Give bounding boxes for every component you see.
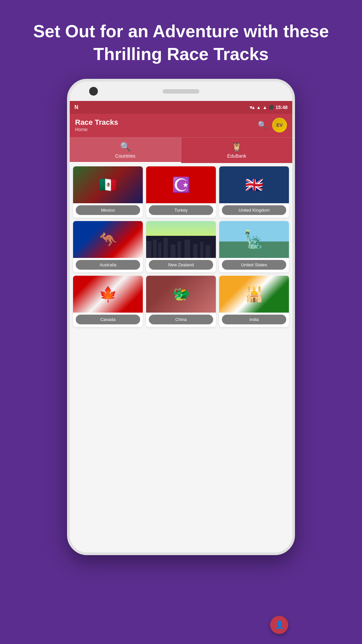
uk-image: 🇬🇧 <box>219 166 289 203</box>
app-title: Race Tracks <box>75 118 118 127</box>
country-card-newzealand[interactable]: New Zealand <box>146 221 216 272</box>
header-title: Set Out for an Adventure with these Thri… <box>33 21 329 64</box>
mexico-label: Mexico <box>76 205 140 215</box>
china-label: China <box>149 315 213 324</box>
country-card-china[interactable]: 🐲 China <box>146 276 216 327</box>
india-label: India <box>222 315 286 324</box>
battery-icon: ⬛ <box>269 105 274 110</box>
status-right: ▾▴ ▲ ▲ ⬛ 15:48 <box>250 105 288 110</box>
turkey-image: ☪️ <box>146 166 216 203</box>
svg-rect-8 <box>193 244 197 258</box>
camera <box>89 87 98 96</box>
countries-tab-icon: 🔍 <box>120 142 131 152</box>
app-bar: Race Tracks Home 🔍 EV <box>70 114 292 137</box>
svg-rect-1 <box>146 241 152 258</box>
logo-badge[interactable]: EV <box>272 118 287 132</box>
tab-bar: 🔍 Countries 🦉 EduBank <box>70 137 292 163</box>
country-card-turkey[interactable]: ☪️ Turkey <box>146 166 216 218</box>
tab-edubank[interactable]: 🦉 EduBank <box>181 138 293 163</box>
newzealand-label: New Zealand <box>149 260 213 270</box>
svg-rect-6 <box>178 241 181 258</box>
phone-frame: N ▾▴ ▲ ▲ ⬛ 15:48 Race Tracks Home 🔍 EV <box>67 79 295 555</box>
country-card-us[interactable]: 🗽 United States <box>219 221 289 272</box>
svg-rect-5 <box>171 245 176 258</box>
edubank-tab-icon: 🦉 <box>231 142 242 152</box>
app-subtitle: Home <box>75 127 118 132</box>
app-bar-title-area: Race Tracks Home <box>75 118 118 132</box>
country-card-india[interactable]: 🕌 India <box>219 276 289 327</box>
india-image: 🕌 <box>219 276 289 313</box>
uk-label: United Kingdom <box>222 205 286 215</box>
us-image: 🗽 <box>219 221 289 258</box>
time-display: 15:48 <box>276 105 288 110</box>
wifi-icon: ▾▴ <box>250 105 254 110</box>
svg-rect-7 <box>184 239 190 258</box>
tab-countries[interactable]: 🔍 Countries <box>70 138 181 163</box>
header-banner: Set Out for an Adventure with these Thri… <box>0 0 362 79</box>
phone-screen: N ▾▴ ▲ ▲ ⬛ 15:48 Race Tracks Home 🔍 EV <box>70 101 292 552</box>
content-area: 🇲🇽 Mexico ☪️ Turkey 🇬🇧 United Kingdom 🦘 … <box>70 163 292 552</box>
australia-label: Australia <box>76 260 140 270</box>
notification-icon: N <box>74 104 78 110</box>
canada-image: 🍁 <box>73 276 143 313</box>
phone-top <box>70 82 292 101</box>
search-icon[interactable]: 🔍 <box>258 121 267 129</box>
country-card-uk[interactable]: 🇬🇧 United Kingdom <box>219 166 289 218</box>
svg-rect-2 <box>153 239 157 258</box>
us-label: United States <box>222 260 286 270</box>
mexico-image: 🇲🇽 <box>73 166 143 203</box>
canada-label: Canada <box>76 315 140 324</box>
signal2-icon: ▲ <box>262 105 267 110</box>
signal-icon: ▲ <box>256 105 261 110</box>
turkey-label: Turkey <box>149 205 213 215</box>
status-bar: N ▾▴ ▲ ▲ ⬛ 15:48 <box>70 101 292 114</box>
australia-image: 🦘 <box>73 221 143 258</box>
app-bar-actions: 🔍 EV <box>258 118 287 132</box>
logo-text: EV <box>277 122 283 128</box>
countries-tab-label: Countries <box>115 153 135 159</box>
country-card-australia[interactable]: 🦘 Australia <box>73 221 143 272</box>
svg-rect-4 <box>164 238 168 258</box>
country-card-canada[interactable]: 🍁 Canada <box>73 276 143 327</box>
edubank-tab-label: EduBank <box>227 153 246 159</box>
svg-rect-9 <box>200 242 203 258</box>
status-left: N <box>74 104 78 110</box>
speaker <box>163 89 199 94</box>
china-image: 🐲 <box>146 276 216 313</box>
country-grid: 🇲🇽 Mexico ☪️ Turkey 🇬🇧 United Kingdom 🦘 … <box>73 166 289 327</box>
country-card-mexico[interactable]: 🇲🇽 Mexico <box>73 166 143 218</box>
svg-rect-10 <box>205 245 210 258</box>
svg-rect-3 <box>158 243 161 258</box>
newzealand-image <box>146 221 216 258</box>
